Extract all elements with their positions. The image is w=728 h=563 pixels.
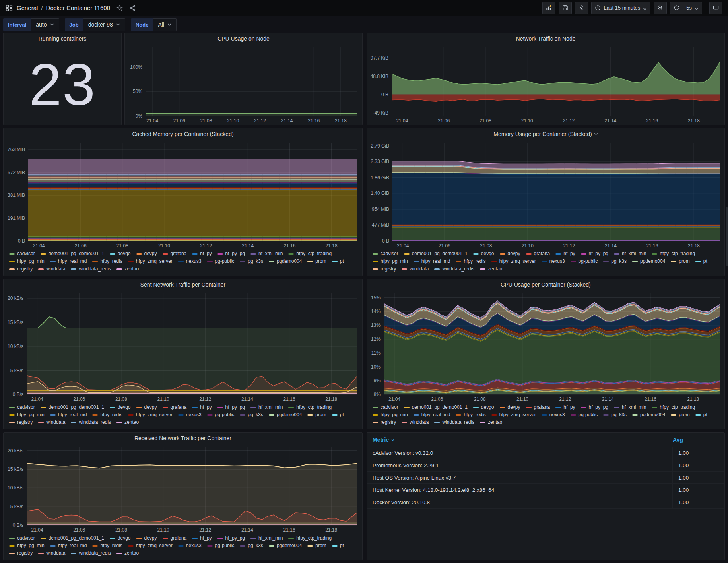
legend-item[interactable]: hfpy_real_md (50, 412, 87, 418)
legend-item[interactable]: hfpy_ctp_trading (288, 250, 332, 257)
legend-item[interactable]: pg-public (207, 258, 235, 265)
legend-item[interactable]: hf_xml_min (614, 404, 646, 411)
legend-item[interactable]: pg-public (571, 258, 598, 265)
panel-header[interactable]: Received Network Traffic per Container (4, 433, 362, 444)
legend-item[interactable]: hfpy_ctp_trading (288, 535, 332, 542)
legend-item[interactable]: registry (9, 550, 33, 557)
save-dashboard-button[interactable] (559, 2, 572, 14)
legend-item[interactable]: hf_py_pg (217, 535, 245, 542)
legend-item[interactable]: hfpy_redis (456, 412, 485, 418)
legend-item[interactable]: hfpy_zmq_server (491, 412, 536, 418)
legend-item[interactable]: pgdemo004 (269, 258, 302, 265)
legend-item[interactable]: registry (9, 419, 33, 426)
legend-item[interactable]: devgo (473, 250, 494, 257)
breadcrumb-dashboard-title[interactable]: Docker Container 11600 (46, 4, 110, 11)
legend-item[interactable]: grafana (526, 404, 550, 411)
legend-item[interactable]: winddata (402, 266, 429, 272)
legend-item[interactable]: winddata_redis (434, 266, 474, 272)
refresh-dashboard-button[interactable] (670, 2, 683, 14)
legend-item[interactable]: devgo (473, 404, 494, 411)
legend-item[interactable]: pt (332, 542, 344, 549)
legend-item[interactable]: devpy (500, 404, 520, 411)
refresh-interval-dropdown[interactable]: 5s (683, 2, 702, 14)
legend-item[interactable]: pg-public (207, 542, 235, 549)
legend-item[interactable]: hf_py (555, 250, 575, 257)
legend-item[interactable]: pg_k3s (240, 542, 263, 549)
share-icon[interactable] (129, 5, 136, 11)
cpu-usage-node-chart[interactable]: 100%50%0%21:0421:0621:0821:1021:1221:142… (125, 44, 362, 125)
legend-item[interactable]: hfpy_zmq_server (128, 258, 173, 265)
legend-item[interactable]: demo001_pg_demo001_1 (404, 250, 468, 257)
panel-header[interactable]: Cached Memory per Container (Stacked) (4, 128, 362, 140)
panel-header[interactable]: Memory Usage per Container (Stacked) (367, 128, 724, 140)
dashboards-grid-icon[interactable] (6, 4, 13, 12)
cached-memory-chart[interactable]: 763 MiB572 MiB381 MiB191 MiB0 B21:0421:0… (4, 140, 362, 250)
legend-item[interactable]: hfpy_pg_min (9, 258, 45, 265)
legend-item[interactable]: hf_xml_min (250, 404, 283, 411)
legend-item[interactable]: pgdemo004 (269, 542, 302, 549)
legend-item[interactable]: hf_py (555, 404, 575, 411)
breadcrumb-folder[interactable]: General (17, 4, 38, 11)
legend-item[interactable]: hfpy_redis (92, 412, 122, 418)
legend-item[interactable]: hf_py_pg (217, 404, 245, 411)
legend-item[interactable]: pg-public (207, 412, 235, 418)
panel-header[interactable]: Running containers (4, 33, 121, 44)
table-header-avg[interactable]: Avg (673, 437, 719, 443)
legend-item[interactable]: registry (9, 266, 33, 272)
table-row[interactable]: Host OS Version: Alpine Linux v3.71.00 (367, 472, 724, 484)
legend-item[interactable]: zentao (480, 266, 502, 272)
legend-item[interactable]: hf_xml_min (250, 535, 283, 542)
legend-item[interactable]: prom (307, 258, 326, 265)
table-row[interactable]: cAdvisor Version: v0.32.01.00 (367, 447, 724, 459)
legend-item[interactable]: hfpy_zmq_server (128, 412, 173, 418)
legend-item[interactable]: hf_py (192, 535, 212, 542)
legend-item[interactable]: hfpy_redis (456, 258, 485, 265)
legend-item[interactable]: pg_k3s (240, 258, 263, 265)
legend-item[interactable]: devpy (136, 535, 157, 542)
legend-item[interactable]: devpy (136, 404, 157, 411)
legend-item[interactable]: registry (373, 419, 396, 426)
legend-item[interactable]: hfpy_ctp_trading (652, 404, 695, 411)
legend-item[interactable]: devpy (136, 250, 157, 257)
legend-item[interactable]: winddata (402, 419, 429, 426)
legend-item[interactable]: hfpy_real_md (50, 258, 87, 265)
legend-item[interactable]: pgdemo004 (632, 258, 665, 265)
legend-item[interactable]: pgdemo004 (632, 412, 665, 418)
legend-item[interactable]: winddata_redis (71, 266, 111, 272)
legend-item[interactable]: devgo (110, 250, 131, 257)
legend-item[interactable]: hfpy_ctp_trading (288, 404, 332, 411)
legend-item[interactable]: winddata_redis (71, 550, 111, 557)
legend-item[interactable]: hfpy_real_md (414, 258, 450, 265)
legend-item[interactable]: hfpy_real_md (414, 412, 450, 418)
kiosk-mode-button[interactable] (709, 2, 722, 14)
legend-item[interactable]: prom (307, 412, 326, 418)
variable-value-dropdown[interactable]: docker-98 (83, 18, 125, 31)
legend-item[interactable]: zentao (116, 419, 139, 426)
legend-item[interactable]: devgo (110, 535, 131, 542)
legend-item[interactable]: hfpy_zmq_server (491, 258, 536, 265)
panel-menu-caret-icon[interactable] (594, 132, 598, 136)
variable-value-dropdown[interactable]: All (153, 18, 177, 31)
legend-item[interactable]: grafana (526, 250, 550, 257)
legend-item[interactable]: hf_py (192, 250, 212, 257)
table-row[interactable]: Docker Version: 20.10.81.00 (367, 496, 724, 509)
legend-item[interactable]: pg_k3s (603, 412, 627, 418)
legend-item[interactable]: hfpy_pg_min (9, 542, 45, 549)
legend-item[interactable]: pt (695, 258, 707, 265)
legend-item[interactable]: prom (671, 412, 689, 418)
legend-item[interactable]: cadvisor (373, 250, 398, 257)
legend-item[interactable]: prom (671, 258, 689, 265)
legend-item[interactable]: grafana (163, 404, 187, 411)
legend-item[interactable]: hf_xml_min (614, 250, 646, 257)
legend-item[interactable]: pt (332, 258, 344, 265)
table-header-metric[interactable]: Metric (373, 437, 395, 443)
legend-item[interactable]: hfpy_ctp_trading (652, 250, 695, 257)
legend-item[interactable]: devgo (110, 404, 131, 411)
legend-item[interactable]: zentao (480, 419, 502, 426)
panel-header[interactable]: CPU Usage per Container (Stacked) (367, 279, 724, 290)
legend-item[interactable]: hf_xml_min (250, 250, 283, 257)
legend-item[interactable]: cadvisor (9, 535, 35, 542)
legend-item[interactable]: grafana (163, 250, 187, 257)
table-row[interactable]: Host Kernel Version: 4.18.0-193.14.2.el8… (367, 484, 724, 496)
legend-item[interactable]: demo001_pg_demo001_1 (41, 250, 104, 257)
